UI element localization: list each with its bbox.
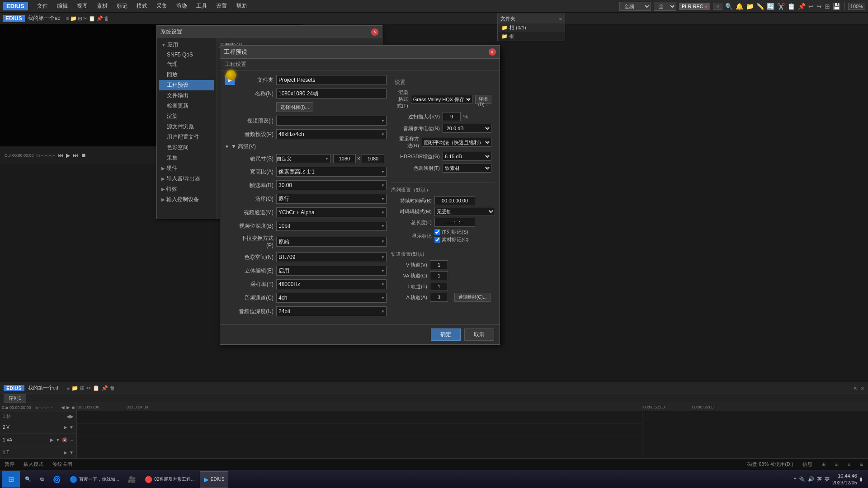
- size-h-input[interactable]: [362, 154, 384, 163]
- tree-item-file-output[interactable]: 文件输出: [159, 90, 214, 101]
- menu-view[interactable]: 视图: [73, 1, 91, 11]
- track-1va-mute[interactable]: 🔇: [62, 437, 67, 442]
- stop-btn[interactable]: ⏹: [81, 152, 86, 159]
- menu-capture[interactable]: 采集: [153, 1, 171, 11]
- clip-marker-checkbox[interactable]: [434, 237, 440, 243]
- sequence-tab[interactable]: 序列1: [4, 394, 26, 403]
- tree-item-color-space[interactable]: 色彩空间: [159, 142, 214, 153]
- track-1va-toggle[interactable]: ▼: [56, 437, 60, 442]
- prev-frame-btn[interactable]: ◀: [61, 405, 65, 410]
- track-1t-expand[interactable]: ▶: [64, 450, 67, 455]
- framerate-select[interactable]: 30.00: [276, 180, 387, 190]
- tl-icon2[interactable]: 📁: [71, 385, 78, 391]
- ok-button[interactable]: 确定: [431, 328, 461, 341]
- tree-item-app[interactable]: ▼ 应用: [159, 40, 214, 50]
- channel-dropdown[interactable]: 全: [654, 2, 676, 11]
- cancel-button[interactable]: 取消: [464, 328, 494, 341]
- tree-item-effects[interactable]: ▶ 特效: [159, 184, 214, 194]
- tree-item-capture[interactable]: 采集: [159, 153, 214, 163]
- track-2v-expand[interactable]: ▶: [64, 425, 67, 430]
- track-1va-expand[interactable]: ▶: [50, 437, 54, 442]
- menu-file[interactable]: 文件: [33, 1, 52, 11]
- scissors-icon[interactable]: ✂️: [777, 3, 785, 10]
- channel-map-btn[interactable]: 通道映射(C)...: [454, 293, 491, 302]
- track-1t-toggle[interactable]: ▼: [69, 450, 74, 455]
- stop-tl-btn[interactable]: ■: [72, 405, 75, 410]
- play-next-btn[interactable]: ⏭: [73, 152, 78, 159]
- tc-mode-select[interactable]: 无丢帧: [434, 207, 495, 216]
- play-prev-btn[interactable]: ⏮: [58, 152, 63, 159]
- samplerate-select[interactable]: 48000Hz: [276, 279, 387, 289]
- paste-icon[interactable]: 📌: [798, 3, 806, 10]
- field-select[interactable]: 逐行: [276, 194, 387, 204]
- folder-icon[interactable]: 📁: [746, 3, 754, 10]
- video-depth-select[interactable]: 10bit: [276, 221, 387, 231]
- tree-item-proxy[interactable]: 代理: [159, 59, 214, 70]
- hdr-gain-select[interactable]: 6.15 dB: [443, 152, 491, 161]
- tl-icon5[interactable]: 📋: [93, 385, 99, 391]
- resize-select[interactable]: 原始: [276, 237, 387, 247]
- tree-item-hardware[interactable]: ▶ 硬件: [159, 163, 214, 174]
- grid-icon[interactable]: ⊞: [825, 3, 830, 10]
- project-dialog-close[interactable]: ×: [489, 48, 496, 56]
- tl-icon3[interactable]: ⊞: [80, 385, 85, 391]
- tree-item-check-update[interactable]: 检查更新: [159, 101, 214, 111]
- next-frame-btn[interactable]: ▶: [66, 405, 70, 410]
- folder-input[interactable]: [276, 75, 387, 85]
- sys-dialog-close[interactable]: ×: [371, 28, 378, 36]
- status-icon2[interactable]: ⊡: [835, 461, 839, 467]
- tb2-icon2[interactable]: 📁: [70, 15, 77, 22]
- tree-item-source-browse[interactable]: 源文件浏览: [159, 122, 214, 132]
- bell-icon[interactable]: 🔔: [736, 3, 743, 10]
- taskbar-search[interactable]: 🔍: [21, 471, 35, 488]
- taskbar-baidu[interactable]: 🔵 百度一下，你就知...: [66, 471, 123, 488]
- taskbar-02client[interactable]: 🔴 02客屏及方形工程...: [141, 471, 198, 488]
- show-desktop-btn[interactable]: ▮: [860, 476, 863, 482]
- tree-item-playback[interactable]: 回放: [159, 70, 214, 80]
- menu-mark[interactable]: 标记: [113, 1, 131, 11]
- start-tc-input[interactable]: [434, 196, 475, 205]
- detail-btn[interactable]: 详细(D)...: [475, 95, 491, 104]
- clip-marker-label[interactable]: 素材标记(C): [434, 236, 468, 243]
- tl-icon7[interactable]: 🗑: [110, 385, 115, 391]
- tl-icon1[interactable]: ≡: [66, 385, 70, 391]
- tl-close-btn2[interactable]: ×: [861, 385, 864, 392]
- seq-marker-checkbox[interactable]: [434, 229, 440, 235]
- status-icon4[interactable]: ≣: [859, 461, 863, 467]
- a-track-input[interactable]: [430, 293, 448, 302]
- audio-depth-select[interactable]: 24bit: [276, 306, 387, 316]
- play-btn[interactable]: ▶: [66, 152, 70, 159]
- va-track-input[interactable]: [430, 271, 448, 280]
- tray-chevron[interactable]: ^: [794, 477, 796, 482]
- menu-help[interactable]: 帮助: [232, 1, 250, 11]
- tb2-icon1[interactable]: ≡: [66, 15, 69, 22]
- tb2-icon7[interactable]: 🗑: [104, 15, 109, 22]
- tree-item-input-control[interactable]: ▶ 输入控制设备: [159, 194, 214, 205]
- tree-item-render[interactable]: 渲染: [159, 111, 214, 122]
- aspect-select[interactable]: 像素宽高比 1:1: [276, 167, 387, 177]
- save-icon[interactable]: 💾: [833, 3, 840, 10]
- copy-icon[interactable]: 📋: [788, 3, 795, 10]
- size-w-input[interactable]: [333, 154, 356, 163]
- seq-marker-label[interactable]: 序列标记(S): [434, 229, 468, 235]
- status-icon1[interactable]: ⊞: [821, 461, 826, 467]
- audio-preset-select[interactable]: 48kHz/4ch: [276, 129, 387, 139]
- edit-icon[interactable]: ✏️: [756, 3, 764, 10]
- video-ch-select[interactable]: YCbCr + Alpha: [276, 207, 387, 217]
- refresh-icon[interactable]: 🔄: [767, 3, 774, 10]
- menu-mode[interactable]: 模式: [133, 1, 151, 11]
- tl-icon4[interactable]: ✂: [86, 385, 91, 391]
- status-icon3[interactable]: ≡: [848, 462, 850, 467]
- size-select[interactable]: 自定义: [276, 154, 330, 163]
- freq-dropdown[interactable]: 全频: [619, 2, 651, 11]
- zoom-arrow-right[interactable]: ▶: [70, 414, 74, 419]
- task-view-btn[interactable]: ⧉: [36, 471, 48, 488]
- start-button[interactable]: ⊞: [2, 471, 20, 488]
- video-preset-select[interactable]: [276, 116, 387, 126]
- undo-icon[interactable]: ↩: [808, 3, 814, 10]
- color-space-select[interactable]: BT.709: [276, 252, 387, 262]
- tb2-icon3[interactable]: ⊞: [78, 15, 82, 22]
- tree-item-import-export[interactable]: ▶ 导入器/导出器: [159, 174, 214, 184]
- tb2-icon6[interactable]: 📌: [96, 15, 103, 22]
- track-2v-toggle[interactable]: ▼: [69, 425, 74, 430]
